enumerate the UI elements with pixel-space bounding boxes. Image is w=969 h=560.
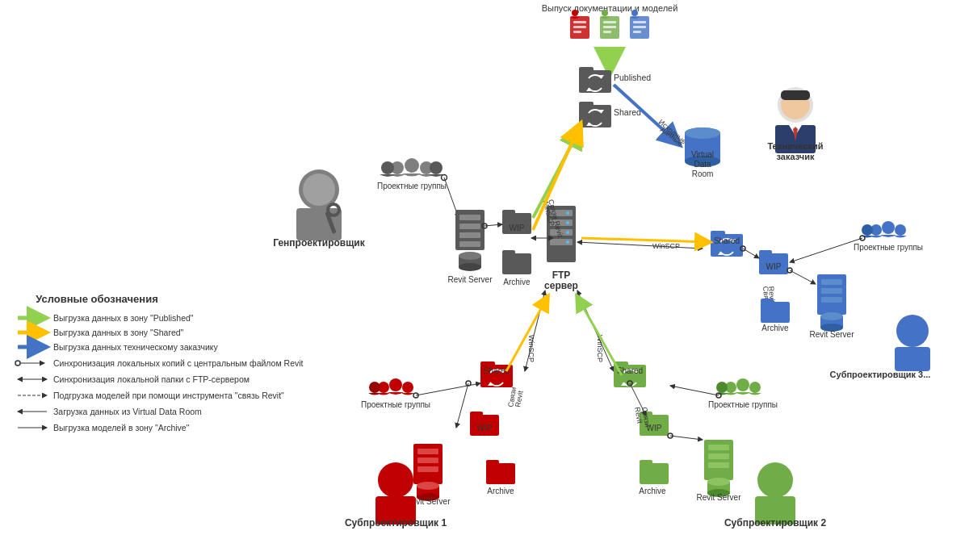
svg-rect-65 xyxy=(459,241,480,247)
shared-subproj3-label: Shared xyxy=(714,236,740,245)
gen-label: Генпроектировщик xyxy=(273,237,365,249)
svg-point-50 xyxy=(303,173,335,206)
svg-point-58 xyxy=(430,161,443,174)
ftp-server-label: FTP xyxy=(552,270,571,281)
svg-rect-23 xyxy=(573,31,581,33)
archive-subproj1-label: Archive xyxy=(487,487,514,495)
shared-label: Shared xyxy=(614,107,641,117)
legend-item-3: Выгрузка данных техническому заказчику xyxy=(53,342,219,352)
svg-rect-36 xyxy=(579,70,611,93)
svg-point-101 xyxy=(895,224,906,236)
svg-rect-51 xyxy=(296,208,342,240)
svg-rect-38 xyxy=(579,105,611,127)
vdr-label3: Room xyxy=(692,169,714,178)
legend-item-1: Выгрузка данных в зону "Published" xyxy=(53,313,194,323)
svg-rect-87 xyxy=(761,302,790,323)
svg-point-44 xyxy=(685,127,720,139)
archive-subproj3-label: Archive xyxy=(761,324,789,332)
subproj1-label: Субпроектировщик 1 xyxy=(345,517,447,529)
svg-rect-111 xyxy=(470,412,483,416)
legend-item-7: Загрузка данных из Virtual Data Room xyxy=(53,407,202,416)
archive-subproj2-label: Archive xyxy=(639,487,666,495)
proekt-gruppy-subproj1-label: Проектные группы xyxy=(361,400,430,409)
proekt-gruppy-subproj3-label: Проектные группы xyxy=(854,243,923,252)
svg-rect-88 xyxy=(761,299,774,303)
svg-rect-62 xyxy=(459,215,480,220)
svg-rect-120 xyxy=(486,463,515,484)
svg-point-119 xyxy=(417,482,439,490)
svg-point-105 xyxy=(896,315,929,347)
svg-point-16 xyxy=(566,211,569,215)
wip-subproj3-label: WIP xyxy=(766,262,782,271)
svg-point-151 xyxy=(749,382,761,393)
svg-rect-91 xyxy=(821,288,842,294)
subproj2-label: Субпроектировщик 2 xyxy=(724,517,826,529)
svg-point-96 xyxy=(820,312,843,320)
svg-point-130 xyxy=(378,462,413,498)
svg-point-152 xyxy=(716,382,728,393)
svg-rect-81 xyxy=(711,231,725,236)
svg-rect-140 xyxy=(640,460,652,465)
svg-rect-32 xyxy=(633,26,646,28)
svg-rect-72 xyxy=(502,253,531,274)
svg-rect-143 xyxy=(708,453,729,459)
svg-rect-27 xyxy=(603,26,616,28)
revit-server-subproj2-label: Revit Server xyxy=(696,493,741,502)
svg-point-124 xyxy=(402,382,413,393)
svg-rect-33 xyxy=(633,31,641,33)
svg-rect-39 xyxy=(579,102,594,107)
diagram: Условные обозначения xyxy=(0,0,969,560)
svg-rect-113 xyxy=(417,449,438,454)
svg-point-19 xyxy=(566,240,569,244)
svg-point-148 xyxy=(707,478,730,486)
svg-point-157 xyxy=(757,462,793,498)
svg-rect-83 xyxy=(759,250,772,255)
vdr-label1: Virtual xyxy=(691,150,714,159)
legend-item-6: Подгрузка моделей при помощи инструмента… xyxy=(53,391,284,400)
svg-point-100 xyxy=(882,221,895,234)
legend-title: Условные обозначения xyxy=(36,293,157,305)
svg-rect-121 xyxy=(486,460,499,465)
tekh-zak-label2: заказчик xyxy=(777,152,815,161)
legend-item-4: Синхронизация локальных копий с централь… xyxy=(53,358,304,368)
svg-rect-64 xyxy=(459,232,480,238)
svg-rect-21 xyxy=(573,21,586,23)
svg-rect-90 xyxy=(821,279,842,285)
svg-point-57 xyxy=(381,161,394,174)
svg-rect-73 xyxy=(502,250,515,255)
revit-server-gen-label: Revit Server xyxy=(447,275,493,284)
archive-gen-label: Archive xyxy=(503,278,531,286)
svg-rect-144 xyxy=(708,462,729,468)
svg-rect-139 xyxy=(640,463,669,484)
svg-point-69 xyxy=(459,252,481,260)
subproj3-label: Субпроектировщик 3... xyxy=(830,370,931,379)
svg-rect-31 xyxy=(633,21,646,23)
svg-rect-142 xyxy=(708,445,729,450)
svg-point-150 xyxy=(736,378,749,391)
svg-rect-47 xyxy=(781,90,810,100)
svg-rect-37 xyxy=(579,67,594,72)
svg-rect-106 xyxy=(895,347,930,371)
tekh-zak-label1: Технический xyxy=(767,141,823,151)
svg-point-55 xyxy=(405,158,419,173)
svg-point-125 xyxy=(369,382,380,393)
ftp-server-label2: сервер xyxy=(544,280,578,291)
vdr-label2: Data xyxy=(694,160,711,169)
published-label: Published xyxy=(614,73,651,82)
svg-point-123 xyxy=(389,378,402,391)
svg-rect-71 xyxy=(502,210,515,215)
vypusk-doc-label: Выпуск документации и моделей xyxy=(542,3,678,13)
svg-rect-28 xyxy=(603,31,611,33)
svg-rect-115 xyxy=(417,466,438,472)
wip-gen-label: WIP xyxy=(510,224,525,232)
svg-rect-92 xyxy=(821,297,842,303)
svg-point-17 xyxy=(566,221,569,224)
svg-point-102 xyxy=(862,224,873,236)
svg-point-24 xyxy=(572,10,578,16)
wip-subproj1-label: WIP xyxy=(477,424,493,433)
svg-point-18 xyxy=(566,231,569,234)
svg-point-29 xyxy=(602,10,608,16)
legend-item-5: Синхронизация локальной папки с FTP-серв… xyxy=(53,374,250,384)
proekt-gruppy-gen-label: Проектные группы xyxy=(377,182,447,190)
svg-rect-63 xyxy=(459,224,480,229)
